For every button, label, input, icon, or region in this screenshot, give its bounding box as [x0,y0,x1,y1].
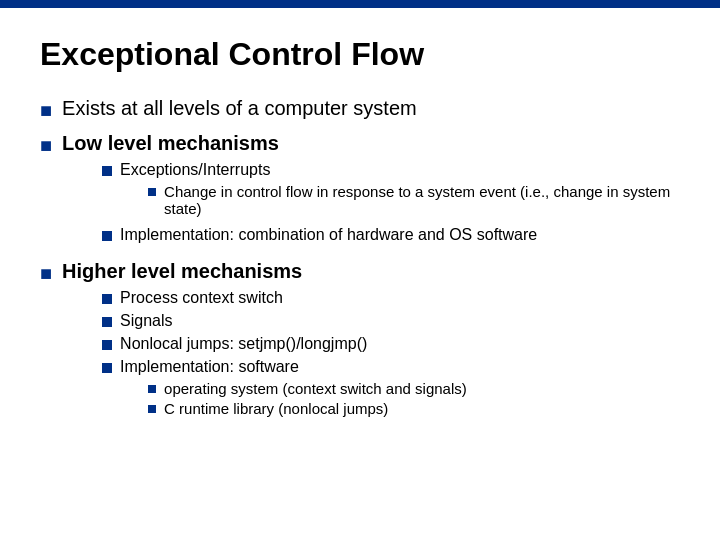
bullet-3-2-text: Signals [120,312,172,330]
bullet-3-4-1-icon [148,385,156,393]
bullet-2-1-1-text: Change in control flow in response to a … [164,183,680,217]
bullet-3-3: Nonlocal jumps: setjmp()/longjmp() [102,335,467,353]
bullet-3-2: Signals [102,312,467,330]
bullet-3-1: Process context switch [102,289,467,307]
bullet-1-text: Exists at all levels of a computer syste… [62,97,417,120]
bullet-3-4-1-text: operating system (context switch and sig… [164,380,467,397]
bullet-3-4-1: operating system (context switch and sig… [148,380,467,397]
bullet-2-2: Implementation: combination of hardware … [102,226,680,244]
bullet-2-sublist: Exceptions/Interrupts Change in control … [102,161,680,244]
bullet-3-4-icon [102,363,112,373]
bullet-3: ■ Higher level mechanisms Process contex… [40,260,680,427]
bullet-3-3-text: Nonlocal jumps: setjmp()/longjmp() [120,335,367,353]
bullet-2-1: Exceptions/Interrupts Change in control … [102,161,680,221]
bullet-3-4-2-icon [148,405,156,413]
bullet-2-1-1-icon [148,188,156,196]
bullet-2-1-text: Exceptions/Interrupts [120,161,270,178]
bullet-1-icon: ■ [40,99,52,122]
bullet-2-icon: ■ [40,134,52,157]
bullet-2-1-icon [102,166,112,176]
bullet-2: ■ Low level mechanisms Exceptions/Interr… [40,132,680,250]
bullet-3-text: Higher level mechanisms [62,260,302,282]
bullet-3-3-icon [102,340,112,350]
bullet-3-1-text: Process context switch [120,289,283,307]
bullet-2-2-text: Implementation: combination of hardware … [120,226,537,244]
bullet-3-4-2-text: C runtime library (nonlocal jumps) [164,400,388,417]
bullet-3-sublist: Process context switch Signals Nonlocal … [102,289,467,421]
bullet-2-text: Low level mechanisms [62,132,279,154]
bullet-3-1-icon [102,294,112,304]
bullet-3-4-2: C runtime library (nonlocal jumps) [148,400,467,417]
bullet-3-4-sublist: operating system (context switch and sig… [148,380,467,417]
bullet-2-2-icon [102,231,112,241]
bullet-2-1-sublist: Change in control flow in response to a … [148,183,680,217]
bullet-3-4: Implementation: software operating syste… [102,358,467,421]
slide-content: Exceptional Control Flow ■ Exists at all… [0,8,720,455]
bullet-1: ■ Exists at all levels of a computer sys… [40,97,680,122]
bullet-3-4-text: Implementation: software [120,358,299,375]
slide-title: Exceptional Control Flow [40,36,680,73]
bullet-3-2-icon [102,317,112,327]
bullet-3-icon: ■ [40,262,52,285]
bullet-2-1-1: Change in control flow in response to a … [148,183,680,217]
top-bar [0,0,720,8]
